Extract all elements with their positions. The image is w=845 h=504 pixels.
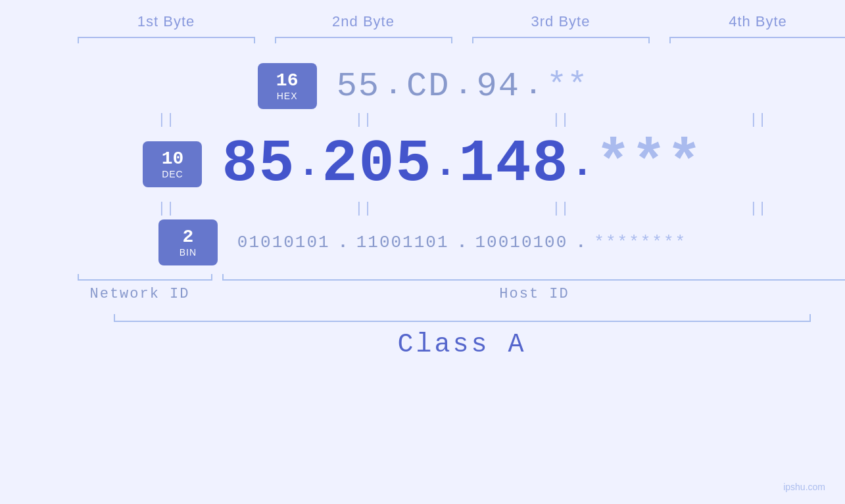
top-bracket-row — [68, 37, 846, 50]
byte4-header: 4th Byte — [660, 13, 846, 30]
main-container: 1st Byte 2nd Byte 3rd Byte 4th Byte 16 H… — [0, 0, 845, 504]
bin-byte1: 01010101 — [237, 233, 330, 252]
watermark: ipshu.com — [783, 482, 825, 492]
id-labels-row: Network ID Host ID — [68, 286, 846, 302]
hex-dot1: . — [380, 72, 406, 101]
hex-byte3: 94 — [477, 67, 520, 106]
dec-base-num: 10 — [162, 149, 184, 170]
eq2-b2: || — [272, 200, 456, 217]
byte3-header: 3rd Byte — [462, 13, 660, 30]
dec-byte3: 148 — [459, 131, 569, 198]
network-id-label: Network ID — [68, 286, 212, 302]
dec-byte4: *** — [596, 131, 702, 198]
eq1-b3: || — [469, 112, 653, 128]
byte2-header: 2nd Byte — [265, 13, 462, 30]
dec-byte2: 205 — [322, 131, 432, 198]
host-bracket — [222, 269, 846, 281]
hex-byte4: ** — [546, 67, 587, 106]
bin-values: 01010101 . 11001101 . 10010100 . *******… — [237, 233, 687, 252]
eq1-b2: || — [272, 112, 456, 128]
hex-dot3: . — [520, 72, 546, 101]
bottom-bracket-row — [68, 269, 846, 281]
dec-dot1: . — [295, 142, 322, 187]
hex-base-num: 16 — [276, 71, 299, 91]
equals-row-1: || || || || — [68, 109, 846, 131]
eq2-b1: || — [74, 200, 258, 217]
dec-label-box: 10 DEC — [143, 141, 202, 187]
hex-byte1: 55 — [337, 67, 380, 106]
equals-row-2: || || || || — [68, 198, 846, 219]
byte1-header: 1st Byte — [68, 13, 265, 30]
eq1-b1: || — [74, 112, 258, 128]
byte3-bracket — [466, 37, 656, 50]
bin-byte3: 10010100 — [475, 233, 568, 252]
class-label-row: Class A — [68, 330, 846, 359]
hex-values: 55 . CD . 94 . ** — [337, 67, 588, 106]
bin-base-num: 2 — [182, 227, 193, 248]
network-bracket — [78, 269, 212, 281]
dec-byte1: 85 — [222, 131, 295, 198]
hex-dot2: . — [450, 72, 477, 101]
bin-dot3: . — [567, 233, 594, 252]
bin-label-box: 2 BIN — [158, 219, 218, 265]
dec-dot2: . — [433, 142, 459, 187]
byte-headers: 1st Byte 2nd Byte 3rd Byte 4th Byte — [68, 13, 846, 30]
bin-byte2: 11001101 — [356, 233, 449, 252]
bin-row: 2 BIN 01010101 . 11001101 . 10010100 . *… — [158, 219, 687, 265]
host-id-label: Host ID — [212, 286, 846, 302]
bin-dot1: . — [330, 233, 356, 252]
byte2-bracket — [268, 37, 459, 50]
eq2-b4: || — [666, 200, 846, 217]
class-label: Class A — [397, 330, 526, 359]
byte4-bracket — [663, 37, 846, 50]
eq2-b3: || — [469, 200, 653, 217]
bin-byte4: ******** — [594, 233, 687, 252]
dec-row: 10 DEC 85 . 205 . 148 . *** — [143, 131, 702, 198]
dec-base-label: DEC — [162, 169, 183, 179]
dec-values: 85 . 205 . 148 . *** — [222, 131, 702, 198]
hex-row: 16 HEX 55 . CD . 94 . ** — [258, 63, 588, 109]
hex-byte2: CD — [406, 67, 450, 106]
eq1-b4: || — [666, 112, 846, 128]
byte1-bracket — [71, 37, 262, 50]
hex-base-label: HEX — [277, 91, 298, 101]
bin-base-label: BIN — [180, 247, 197, 258]
dec-dot3: . — [569, 142, 596, 187]
bin-dot2: . — [449, 233, 475, 252]
hex-label-box: 16 HEX — [258, 63, 317, 109]
full-bracket — [114, 309, 811, 322]
